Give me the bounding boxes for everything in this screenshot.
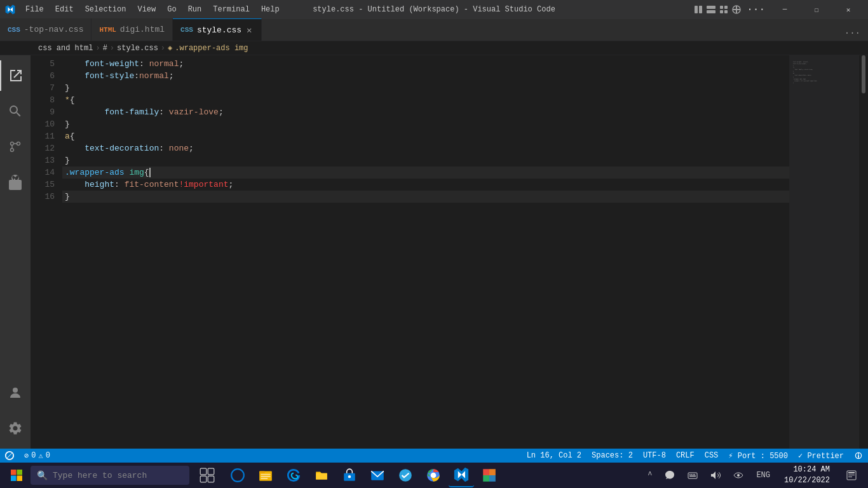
taskbar-vscode[interactable] [449, 463, 474, 487]
layout-icon-1[interactable] [693, 4, 703, 15]
scrollbar-thumb[interactable] [862, 55, 865, 93]
taskbar-store[interactable] [337, 463, 362, 487]
breadcrumb-selector[interactable]: .wrapper-ads img [175, 44, 248, 53]
ln-col-text: Ln 16, Col 2 [527, 451, 581, 460]
chat-icon-button[interactable] [661, 470, 679, 480]
menu-terminal[interactable]: Terminal [208, 4, 255, 15]
code-line-9: font-family: vazir-love; [62, 106, 789, 118]
taskbar-chrome[interactable] [421, 463, 446, 487]
start-button[interactable] [5, 464, 28, 487]
task-view-button[interactable] [194, 463, 220, 487]
tab-style-css[interactable]: CSS style.css ✕ [173, 18, 261, 41]
activity-explorer-icon[interactable] [0, 60, 31, 91]
warning-count: 0 [46, 451, 50, 460]
svg-rect-16 [17, 470, 23, 475]
breadcrumb-hash[interactable]: # [103, 44, 107, 53]
svg-rect-50 [848, 477, 852, 477]
tab-icon-css-active: CSS [180, 26, 193, 34]
keyboard-icon-button[interactable] [684, 470, 702, 480]
status-eol[interactable]: CRLF [671, 449, 700, 463]
menu-file[interactable]: File [20, 4, 49, 15]
svg-point-46 [737, 474, 740, 477]
activity-source-control-icon[interactable] [0, 132, 31, 162]
menu-view[interactable]: View [132, 4, 161, 15]
error-count: 0 [31, 451, 36, 460]
menu-help[interactable]: Help [256, 4, 285, 15]
layout-icon-3[interactable] [719, 4, 729, 15]
taskbar-mail[interactable] [365, 463, 390, 487]
taskbar-edge[interactable] [281, 463, 306, 487]
tab-close-button[interactable]: ✕ [245, 24, 253, 37]
scrollbar-track[interactable] [859, 55, 868, 449]
status-notifications[interactable] [849, 449, 868, 463]
taskbar-clock[interactable]: 10:24 AM 10/22/2022 [779, 464, 835, 486]
tab-top-nav[interactable]: CSS -top-nav.css [0, 18, 92, 41]
activity-search-icon[interactable] [0, 96, 31, 126]
prettier-text: ✓ Prettier [798, 451, 844, 461]
menu-edit[interactable]: Edit [50, 4, 79, 15]
status-language[interactable]: CSS [700, 449, 724, 463]
title-bar-controls: ··· ─ ☐ ✕ [693, 0, 863, 19]
svg-rect-42 [691, 474, 693, 475]
maximize-button[interactable]: ☐ [802, 0, 831, 19]
port-text: ⚡ Port : 5500 [728, 451, 788, 461]
breadcrumb-file[interactable]: style.css [117, 44, 158, 53]
language-selector[interactable]: ENG [752, 471, 774, 480]
code-line-16: } [62, 191, 789, 203]
tabs-bar: CSS -top-nav.css HTML digi.html CSS styl… [0, 19, 868, 41]
status-errors[interactable]: ⊘ 0 ⚠ 0 [19, 449, 55, 463]
close-button[interactable]: ✕ [834, 0, 863, 19]
minimap-panel: font-weight: normal; font-style:normal; … [789, 55, 859, 449]
status-spaces[interactable]: Spaces: 2 [587, 449, 638, 463]
title-bar-left: File Edit Selection View Go Run Terminal… [5, 4, 285, 15]
tab-icon-html: HTML [99, 26, 116, 34]
show-hidden-icons-button[interactable]: ^ [644, 471, 656, 480]
activity-account-icon[interactable] [0, 377, 31, 408]
svg-rect-41 [689, 474, 691, 475]
layout-icon-2[interactable] [706, 4, 716, 15]
eol-text: CRLF [676, 451, 695, 460]
taskbar-apps [225, 463, 502, 487]
tab-digi[interactable]: HTML digi.html [92, 18, 173, 41]
chevron-icon: ^ [648, 471, 652, 480]
volume-icon-button[interactable] [707, 470, 724, 480]
status-remote[interactable] [0, 449, 19, 463]
status-encoding[interactable]: UTF-8 [638, 449, 671, 463]
editor-area: 5 6 7 8 9 10 11 12 13 14 15 16 font-weig… [0, 55, 868, 449]
breadcrumb-symbol-icon: ◈ [168, 43, 172, 53]
code-line-11: a{ [62, 130, 789, 142]
status-port[interactable]: ⚡ Port : 5500 [723, 449, 793, 463]
code-editor[interactable]: 5 6 7 8 9 10 11 12 13 14 15 16 font-weig… [31, 55, 868, 449]
notification-center-button[interactable] [840, 463, 863, 487]
activity-extensions-icon[interactable] [0, 167, 31, 198]
status-position[interactable]: Ln 16, Col 2 [522, 449, 587, 463]
taskbar-file-explorer[interactable] [253, 463, 278, 487]
more-actions-btn[interactable]: ··· [744, 4, 768, 15]
code-line-7: } [62, 82, 789, 94]
minimize-button[interactable]: ─ [770, 0, 799, 19]
svg-rect-4 [720, 6, 723, 9]
menu-run[interactable]: Run [183, 4, 207, 15]
taskbar-telegram[interactable] [393, 463, 418, 487]
tab-label-active: style.css [197, 25, 241, 35]
svg-point-23 [231, 469, 244, 482]
taskbar-cortana[interactable] [225, 463, 250, 487]
code-content[interactable]: font-weight: normal; font-style:normal; … [62, 55, 789, 449]
status-prettier[interactable]: ✓ Prettier [793, 449, 849, 463]
taskbar-extra-app[interactable] [477, 463, 502, 487]
activity-settings-icon[interactable] [0, 413, 31, 444]
breadcrumb-workspace[interactable]: css and html [38, 44, 93, 53]
tabs-overflow-button[interactable]: ··· [842, 25, 863, 41]
network-icon-button[interactable] [729, 470, 747, 480]
svg-rect-44 [695, 474, 696, 475]
svg-rect-20 [208, 468, 214, 475]
customize-icon[interactable] [731, 4, 742, 15]
menu-selection[interactable]: Selection [80, 4, 132, 15]
language-text: ENG [756, 471, 770, 480]
svg-rect-21 [200, 476, 207, 482]
taskbar-search[interactable]: 🔍 Type here to search [31, 466, 189, 485]
taskbar-folder[interactable] [309, 463, 334, 487]
svg-rect-45 [689, 476, 696, 477]
menu-go[interactable]: Go [162, 4, 181, 15]
code-line-6: font-style:normal; [62, 70, 789, 82]
